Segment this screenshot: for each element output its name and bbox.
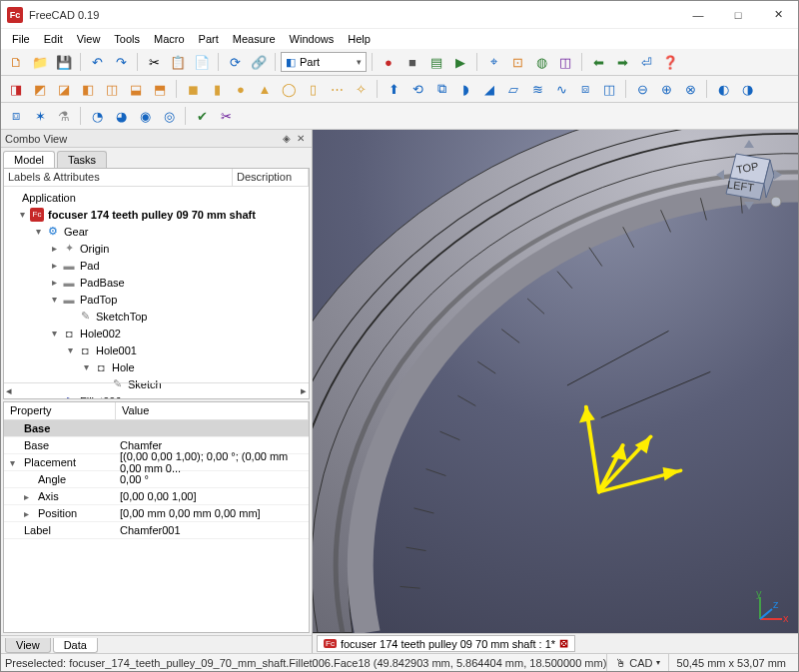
record-macro-icon[interactable]: ●: [378, 51, 400, 73]
close-button[interactable]: ✕: [758, 1, 798, 29]
extrude-icon[interactable]: ⬆: [383, 78, 404, 100]
boolean-cut-icon[interactable]: ⊖: [631, 78, 653, 100]
prim-sphere-icon[interactable]: ●: [230, 78, 252, 100]
compound-filter-icon[interactable]: ⚗: [53, 105, 75, 127]
boolean-op-icon[interactable]: ◔: [86, 105, 108, 127]
tree-hscroll[interactable]: ◂▸: [4, 382, 309, 398]
nav-back-icon[interactable]: ⬅: [587, 51, 609, 73]
tree-item[interactable]: ✎SketchTop: [4, 308, 309, 325]
section-icon[interactable]: ◐: [712, 78, 734, 100]
thickness-icon[interactable]: ◫: [598, 78, 620, 100]
open-file-icon[interactable]: 📁: [29, 51, 51, 73]
tree-document[interactable]: ▾Fcfocuser 174 teeth pulley 09 70 mm sha…: [4, 206, 309, 223]
paste-icon[interactable]: 📄: [191, 51, 213, 73]
prim-more-icon[interactable]: ⋯: [326, 78, 348, 100]
revolve-icon[interactable]: ⟲: [406, 78, 428, 100]
model-tree[interactable]: Labels & Attributes Description Applicat…: [3, 168, 310, 399]
compound-icon[interactable]: ⧈: [5, 105, 27, 127]
prim-tube-icon[interactable]: ▯: [302, 78, 324, 100]
tab-data[interactable]: Data: [53, 638, 98, 653]
tree-item[interactable]: ▾◘Hole002: [4, 325, 309, 341]
view-rear-icon[interactable]: ◫: [101, 78, 123, 100]
document-tab[interactable]: Fc focuser 174 teeth pulley 09 70 mm sha…: [317, 635, 575, 652]
mirror-icon[interactable]: ⧉: [430, 78, 452, 100]
panel-close-icon[interactable]: ✕: [294, 132, 308, 146]
ruled-surface-icon[interactable]: ▱: [502, 78, 524, 100]
tree-item[interactable]: ▸▬Pad: [4, 257, 309, 274]
tree-item[interactable]: ▾◘Hole001: [4, 341, 309, 358]
tree-item[interactable]: ▾▬PadTop: [4, 291, 309, 308]
check-geom-icon[interactable]: ✔: [191, 105, 213, 127]
prim-cylinder-icon[interactable]: ▮: [206, 78, 228, 100]
view-right-icon[interactable]: ◧: [77, 78, 99, 100]
menu-help[interactable]: Help: [341, 31, 378, 47]
copy-icon[interactable]: 📋: [167, 51, 189, 73]
panel-float-icon[interactable]: ◈: [280, 132, 294, 146]
property-row[interactable]: ▸Position[0,00 mm 0,00 mm 0,00 mm]: [4, 505, 309, 522]
view-left-icon[interactable]: ⬒: [149, 78, 171, 100]
sweep-icon[interactable]: ∿: [550, 78, 572, 100]
menu-measure[interactable]: Measure: [226, 31, 283, 47]
common-op-icon[interactable]: ◎: [158, 105, 180, 127]
prim-torus-icon[interactable]: ◯: [278, 78, 300, 100]
play-macro-icon[interactable]: ▶: [449, 51, 471, 73]
workbench-selector[interactable]: ◧ Part ▾: [281, 52, 367, 72]
view-iso-icon[interactable]: ◨: [5, 78, 27, 100]
menu-tools[interactable]: Tools: [107, 31, 147, 47]
tab-tasks[interactable]: Tasks: [57, 151, 107, 168]
prim-cone-icon[interactable]: ▲: [254, 78, 276, 100]
cut-op-icon[interactable]: ◕: [110, 105, 132, 127]
menu-windows[interactable]: Windows: [283, 31, 342, 47]
draw-style-icon[interactable]: ◍: [530, 51, 552, 73]
explode-icon[interactable]: ✶: [29, 105, 51, 127]
menu-view[interactable]: View: [70, 31, 108, 47]
property-row[interactable]: LabelChamfer001: [4, 522, 309, 539]
tree-item[interactable]: ▾⚙Gear: [4, 223, 309, 240]
boolean-fuse-icon[interactable]: ⊕: [655, 78, 677, 100]
refresh-icon[interactable]: ⟳: [224, 51, 246, 73]
menu-edit[interactable]: Edit: [37, 31, 70, 47]
view-front-icon[interactable]: ◩: [29, 78, 51, 100]
fillet-icon[interactable]: ◗: [454, 78, 476, 100]
shape-builder-icon[interactable]: ✧: [350, 78, 372, 100]
cut-icon[interactable]: ✂: [143, 51, 165, 73]
bounding-box-icon[interactable]: ◫: [554, 51, 576, 73]
cross-section-icon[interactable]: ◑: [736, 78, 758, 100]
new-file-icon[interactable]: 🗋: [5, 51, 27, 73]
view-top-icon[interactable]: ◪: [53, 78, 75, 100]
nav-home-icon[interactable]: ⏎: [635, 51, 657, 73]
loft-icon[interactable]: ≋: [526, 78, 548, 100]
tree-item[interactable]: ▸✦Origin: [4, 240, 309, 257]
status-nav-mode[interactable]: 🖱CAD▾: [606, 654, 667, 671]
menu-macro[interactable]: Macro: [147, 31, 192, 47]
property-row[interactable]: ▸Axis[0,00 0,00 1,00]: [4, 488, 309, 505]
maximize-button[interactable]: □: [718, 1, 758, 29]
property-row[interactable]: ▾Placement[(0,00 0,00 1,00); 0,00 °; (0,…: [4, 454, 309, 471]
tab-view[interactable]: View: [5, 638, 51, 653]
view-bottom-icon[interactable]: ⬓: [125, 78, 147, 100]
fuse-op-icon[interactable]: ◉: [134, 105, 156, 127]
minimize-button[interactable]: ―: [678, 1, 718, 29]
3d-viewport[interactable]: TOP LEFT x y z: [313, 130, 798, 653]
fit-all-icon[interactable]: ⌖: [482, 51, 504, 73]
chamfer-icon[interactable]: ◢: [478, 78, 500, 100]
document-tab-close-icon[interactable]: ⊠: [559, 637, 568, 650]
boolean-common-icon[interactable]: ⊗: [679, 78, 701, 100]
tree-application[interactable]: Application: [4, 189, 309, 206]
menu-file[interactable]: File: [5, 31, 37, 47]
save-file-icon[interactable]: 💾: [53, 51, 75, 73]
defeaturing-icon[interactable]: ✂: [215, 105, 237, 127]
menu-part[interactable]: Part: [192, 31, 226, 47]
stop-macro-icon[interactable]: ■: [401, 51, 423, 73]
link-icon[interactable]: 🔗: [248, 51, 270, 73]
tree-item[interactable]: ▾◘Hole: [4, 358, 309, 375]
help-icon[interactable]: ❓: [659, 51, 681, 73]
tree-item[interactable]: ▸▬PadBase: [4, 274, 309, 291]
nav-forward-icon[interactable]: ➡: [611, 51, 633, 73]
redo-icon[interactable]: ↷: [110, 51, 132, 73]
macro-list-icon[interactable]: ▤: [425, 51, 447, 73]
prim-cube-icon[interactable]: ◼: [182, 78, 204, 100]
fit-selection-icon[interactable]: ⊡: [506, 51, 528, 73]
tab-model[interactable]: Model: [3, 151, 55, 168]
navigation-cube[interactable]: TOP LEFT: [712, 138, 786, 212]
